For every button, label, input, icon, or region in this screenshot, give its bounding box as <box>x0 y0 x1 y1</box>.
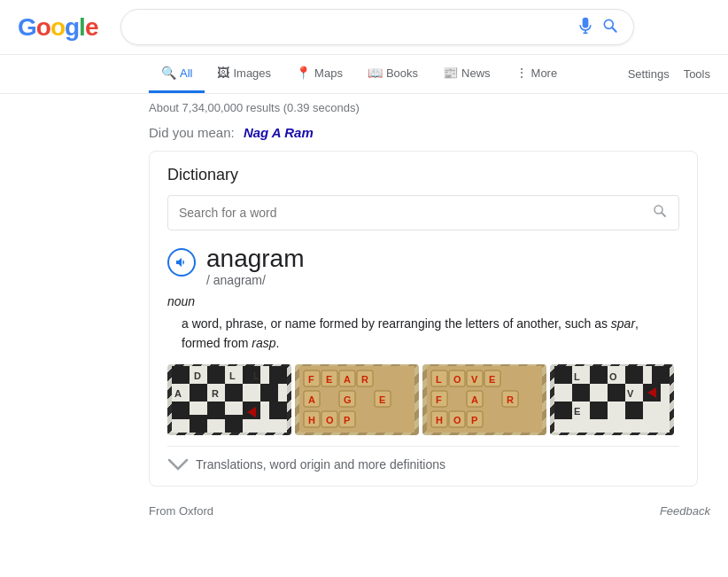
images-row: D L L A R <box>167 364 679 435</box>
word-definition: a word, phrase, or name formed by rearra… <box>167 314 679 354</box>
svg-text:R: R <box>507 394 514 405</box>
main-content: Dictionary anagram / anagram/ <box>0 151 728 487</box>
svg-text:E: E <box>489 374 495 385</box>
bottom-bar: From Oxford Feedback <box>0 494 728 528</box>
tab-books-label: Books <box>386 66 418 80</box>
svg-text:A: A <box>471 394 478 405</box>
svg-rect-11 <box>190 384 207 402</box>
svg-rect-78 <box>625 402 643 419</box>
svg-text:O: O <box>453 415 461 425</box>
search-box[interactable]: Anagram <box>120 9 634 45</box>
svg-text:D: D <box>194 370 201 381</box>
svg-text:G: G <box>344 394 352 405</box>
svg-text:L: L <box>229 370 236 381</box>
settings-link[interactable]: Settings <box>628 67 670 81</box>
svg-text:O: O <box>453 374 461 385</box>
images-icon: 🖼 <box>217 66 229 80</box>
svg-rect-10 <box>269 366 287 384</box>
example-word1: spar <box>611 316 635 331</box>
svg-rect-14 <box>172 402 190 419</box>
google-logo[interactable]: Google <box>18 13 97 42</box>
tab-images[interactable]: 🖼 Images <box>205 55 283 93</box>
svg-rect-12 <box>225 384 243 402</box>
more-definitions-label: Translations, word origin and more defin… <box>196 457 445 472</box>
svg-text:H: H <box>308 415 315 425</box>
svg-text:V: V <box>471 374 478 385</box>
svg-text:L: L <box>436 374 442 385</box>
tab-images-label: Images <box>233 66 271 80</box>
did-you-mean-suggestion[interactable]: Nag A Ram <box>244 125 314 140</box>
svg-line-3 <box>613 27 617 32</box>
svg-text:F: F <box>436 394 442 405</box>
svg-text:O: O <box>609 371 617 382</box>
tab-books[interactable]: 📖 Books <box>355 55 430 93</box>
chevron-down-icon <box>167 458 189 471</box>
svg-rect-76 <box>554 402 572 419</box>
anagram-image-3[interactable]: L O V E F A R H O P <box>422 364 546 435</box>
maps-icon: 📍 <box>296 66 311 80</box>
results-info: About 7,34,00,000 results (0.39 seconds) <box>0 94 728 121</box>
svg-rect-71 <box>625 366 643 384</box>
svg-text:P: P <box>344 415 350 425</box>
svg-rect-73 <box>572 384 590 402</box>
svg-text:H: H <box>436 415 443 425</box>
svg-rect-15 <box>207 402 225 419</box>
dictionary-search-input[interactable] <box>179 206 652 220</box>
part-of-speech: noun <box>167 294 679 308</box>
svg-text:E: E <box>574 406 580 417</box>
tab-news[interactable]: 📰 News <box>430 55 503 93</box>
did-you-mean-prefix: Did you mean: <box>149 125 235 140</box>
svg-text:E: E <box>379 394 385 405</box>
svg-rect-69 <box>554 366 572 384</box>
tab-all-label: All <box>180 66 192 80</box>
tab-all[interactable]: 🔍 All <box>149 55 205 93</box>
anagram-image-2[interactable]: F E A R A G E H O P <box>295 364 419 435</box>
search-input[interactable]: Anagram <box>136 19 569 35</box>
svg-text:F: F <box>308 374 314 385</box>
dictionary-card: Dictionary anagram / anagram/ <box>149 151 698 487</box>
svg-rect-74 <box>608 384 625 402</box>
did-you-mean: Did you mean: Nag A Ram <box>0 121 728 151</box>
dictionary-search-button[interactable] <box>652 203 668 222</box>
svg-rect-17 <box>269 402 287 419</box>
books-icon: 📖 <box>368 66 383 80</box>
svg-rect-77 <box>590 402 608 419</box>
top-bar: Google Anagram <box>0 0 728 55</box>
tab-news-label: News <box>461 66 491 80</box>
word-info: anagram / anagram/ <box>206 245 305 287</box>
anagram-image-1[interactable]: D L L A R <box>167 364 291 435</box>
svg-text:P: P <box>471 415 477 425</box>
svg-rect-18 <box>190 415 207 433</box>
mic-icon[interactable] <box>577 17 594 37</box>
feedback-link[interactable]: Feedback <box>660 504 710 518</box>
svg-rect-13 <box>260 384 278 402</box>
tools-link[interactable]: Tools <box>684 67 710 81</box>
source-label: From Oxford <box>149 504 213 518</box>
nav-tabs: 🔍 All 🖼 Images 📍 Maps 📖 Books 📰 News ⋮ M… <box>0 55 728 94</box>
svg-text:A: A <box>344 374 351 385</box>
svg-rect-19 <box>225 415 243 433</box>
svg-text:L: L <box>253 370 259 381</box>
more-definitions[interactable]: Translations, word origin and more defin… <box>167 446 679 472</box>
svg-rect-7 <box>172 366 190 384</box>
search-icon[interactable] <box>601 17 619 37</box>
tab-more-label: More <box>531 66 558 80</box>
svg-text:O: O <box>326 415 334 425</box>
tab-more[interactable]: ⋮ More <box>503 55 570 93</box>
dictionary-search-box[interactable] <box>167 195 679 230</box>
anagram-image-4[interactable]: L O V E <box>550 364 674 435</box>
word-text: anagram <box>206 245 305 273</box>
svg-text:R: R <box>361 374 368 385</box>
svg-text:V: V <box>627 388 634 399</box>
svg-text:A: A <box>308 394 315 405</box>
speaker-button[interactable] <box>167 248 196 277</box>
phonetic: / anagram/ <box>206 273 305 287</box>
svg-rect-72 <box>652 366 670 384</box>
svg-text:A: A <box>174 388 182 399</box>
all-icon: 🔍 <box>161 66 176 80</box>
tab-maps-label: Maps <box>314 66 343 80</box>
news-icon: 📰 <box>443 66 458 80</box>
svg-text:E: E <box>326 374 332 385</box>
nav-settings: Settings Tools <box>628 67 710 81</box>
tab-maps[interactable]: 📍 Maps <box>283 55 355 93</box>
